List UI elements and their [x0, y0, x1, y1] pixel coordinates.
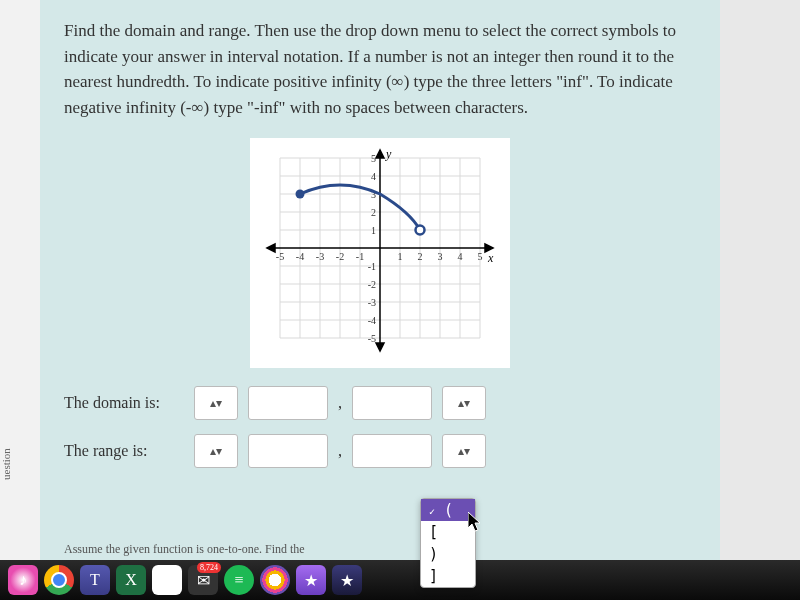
range-label: The range is:: [64, 439, 184, 463]
svg-marker-22: [376, 150, 384, 158]
domain-right-bracket-select[interactable]: ▴▾: [442, 386, 486, 420]
graph-container: y x -5 -4 -3 -2 -1 1 2 3 4 5 5 4 3 2 1: [250, 138, 510, 368]
svg-text:3: 3: [438, 251, 443, 262]
svg-text:-5: -5: [368, 333, 376, 344]
question-tab[interactable]: uestion: [0, 442, 12, 480]
svg-marker-23: [376, 343, 384, 351]
dock-imovie-icon[interactable]: ★: [332, 565, 362, 595]
left-sidebar: uestion: [0, 0, 40, 560]
bracket-option-paren-close[interactable]: ): [421, 543, 475, 565]
dock-chrome-icon[interactable]: [44, 565, 74, 595]
bracket-option-paren-open[interactable]: ✓ (: [421, 499, 475, 521]
bracket-option-square-open[interactable]: [: [421, 521, 475, 543]
svg-text:-3: -3: [368, 297, 376, 308]
range-b-input[interactable]: [352, 434, 432, 468]
range-a-input[interactable]: [248, 434, 328, 468]
dock-excel-icon[interactable]: X: [116, 565, 146, 595]
svg-text:5: 5: [371, 153, 376, 164]
domain-b-input[interactable]: [352, 386, 432, 420]
range-left-bracket-select[interactable]: ▴▾: [194, 434, 238, 468]
next-question-fragment: Assume the given function is one-to-one.…: [64, 540, 305, 558]
question-panel: Find the domain and range. Then use the …: [40, 0, 720, 560]
select-caret-icon: ▴▾: [458, 394, 470, 412]
dock-itunes-icon[interactable]: ♪: [8, 565, 38, 595]
svg-text:5: 5: [478, 251, 483, 262]
instructions-text: Find the domain and range. Then use the …: [64, 18, 696, 120]
macos-dock: ♪ T X ✉ ≡ ★ ★: [0, 560, 800, 600]
svg-text:2: 2: [418, 251, 423, 262]
domain-left-bracket-select[interactable]: ▴▾: [194, 386, 238, 420]
dock-photos-icon[interactable]: [260, 565, 290, 595]
svg-text:-1: -1: [368, 261, 376, 272]
range-right-bracket-select[interactable]: ▴▾: [442, 434, 486, 468]
bracket-option-square-close[interactable]: ]: [421, 565, 475, 587]
svg-text:4: 4: [371, 171, 376, 182]
endpoint-closed: [296, 190, 305, 199]
select-caret-icon: ▴▾: [210, 442, 222, 460]
svg-text:-1: -1: [356, 251, 364, 262]
dock-calendar-icon[interactable]: [152, 565, 182, 595]
svg-text:-3: -3: [316, 251, 324, 262]
y-axis-label: y: [385, 148, 392, 161]
svg-text:-2: -2: [368, 279, 376, 290]
dock-mail-icon[interactable]: ✉: [188, 565, 218, 595]
svg-text:1: 1: [371, 225, 376, 236]
svg-text:4: 4: [458, 251, 463, 262]
domain-a-input[interactable]: [248, 386, 328, 420]
comma: ,: [338, 391, 342, 415]
comma: ,: [338, 439, 342, 463]
x-axis-label: x: [487, 251, 494, 265]
svg-text:-4: -4: [296, 251, 304, 262]
range-row: The range is: ▴▾ , ▴▾: [64, 434, 696, 468]
endpoint-open: [416, 226, 425, 235]
svg-marker-25: [267, 244, 275, 252]
dock-spotify-icon[interactable]: ≡: [224, 565, 254, 595]
domain-label: The domain is:: [64, 391, 184, 415]
graph-svg: y x -5 -4 -3 -2 -1 1 2 3 4 5 5 4 3 2 1: [260, 148, 500, 358]
svg-text:-4: -4: [368, 315, 376, 326]
dock-star-icon[interactable]: ★: [296, 565, 326, 595]
svg-text:-5: -5: [276, 251, 284, 262]
svg-text:2: 2: [371, 207, 376, 218]
svg-text:1: 1: [398, 251, 403, 262]
dock-teams-icon[interactable]: T: [80, 565, 110, 595]
svg-text:-2: -2: [336, 251, 344, 262]
select-caret-icon: ▴▾: [458, 442, 470, 460]
domain-row: The domain is: ▴▾ , ▴▾: [64, 386, 696, 420]
select-caret-icon: ▴▾: [210, 394, 222, 412]
